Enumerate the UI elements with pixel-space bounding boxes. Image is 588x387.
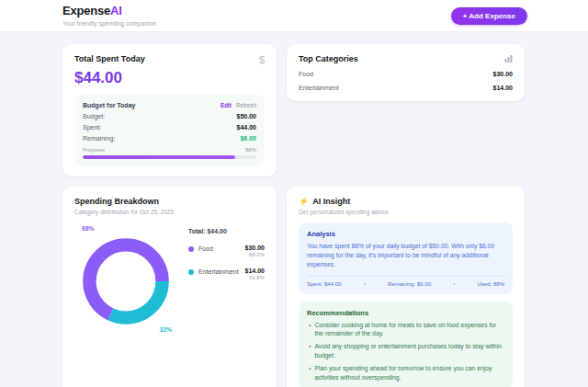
legend-amount: $30.00 [245,245,265,251]
progress-fill [83,155,235,159]
legend-name: Entertainment [198,267,245,275]
budget-panel-title: Budget for Today [83,102,135,108]
slice-label-entertainment: 32% [159,326,172,333]
stat-separator: • [364,281,366,287]
budget-panel: Budget for Today Edit Refresh Budget: $5… [74,95,265,166]
analysis-stats: Spent: $44.00 • Remaining: $6.00 • Used:… [307,276,504,287]
legend-item: Food $30.00 68.2% [188,245,265,257]
total-spent-title: Total Spent Today [74,54,145,63]
legend-percent: 68.2% [245,252,265,257]
breakdown-subtitle: Category distribution for Oct 25, 2025 [74,209,265,215]
stat-separator: • [453,281,455,287]
category-row: Entertainment $14.00 [299,85,513,91]
progress-percent: 88% [245,147,256,153]
remaining-label: Remaining: [83,135,115,142]
recommendation-text: Plan your spending ahead for tomorrow to… [314,364,504,382]
recommendation-item: •Plan your spending ahead for tomorrow t… [307,364,504,382]
spending-breakdown-card: Spending Breakdown Category distribution… [62,187,277,387]
category-name: Food [299,71,313,77]
bullet-icon: • [309,342,311,360]
dashboard-grid: Total Spent Today $ $44.00 Budget for To… [62,44,526,387]
recommendations-title: Recommendations [307,309,504,317]
budget-label: Budget: [83,113,105,120]
spent-label: Spent: [83,124,101,131]
category-amount: $14.00 [493,85,513,91]
donut-chart-wrap: 68% 32% [74,224,177,336]
bullet-icon: • [309,364,311,382]
bar-chart-icon [504,54,513,63]
spent-value: $44.00 [237,124,256,131]
refresh-budget-link[interactable]: Refresh [236,102,256,108]
progress-label: Progress [83,147,105,153]
lightning-icon: ⚡ [299,198,309,206]
remaining-row: Remaining: $6.00 [83,135,256,142]
top-categories-card: Top Categories Food $30.00 Entertainment… [287,44,525,101]
analysis-box: Analysis You have spent 88% of your dail… [299,222,513,294]
donut-chart [76,232,175,331]
category-amount: $30.00 [493,71,513,77]
legend-amount: $14.00 [245,267,265,274]
legend-dot-entertainment [188,269,194,275]
recommendation-text: Avoid any shopping or entertainment purc… [314,342,504,360]
total-spent-card: Total Spent Today $ $44.00 Budget for To… [62,44,277,176]
analysis-body: You have spent 88% of your daily budget … [307,242,504,270]
brand-block: ExpenseAI Your friendly spending compani… [62,5,156,26]
legend-total: Total: $44.00 [188,228,265,234]
add-expense-button[interactable]: + Add Expense [451,7,527,25]
category-name: Entertainment [299,85,339,91]
stat-spent: Spent: $44.00 [307,281,341,287]
remaining-value: $6.00 [240,135,256,142]
total-amount: $44.00 [74,69,265,87]
app-tagline: Your friendly spending companion [62,20,156,27]
spent-row: Spent: $44.00 [83,124,256,131]
category-row: Food $30.00 [299,71,513,77]
brand-accent: AI [110,4,122,17]
edit-budget-link[interactable]: Edit [220,102,232,108]
recommendation-item: •Consider cooking at home for meals to s… [307,321,504,339]
bullet-icon: • [309,321,311,339]
brand-primary: Expense [62,4,110,17]
breakdown-title: Spending Breakdown [74,197,265,206]
budget-value: $50.00 [237,113,256,120]
top-categories-title: Top Categories [299,54,358,63]
dollar-icon: $ [259,54,265,65]
app-header: ExpenseAI Your friendly spending compani… [0,0,588,32]
slice-label-food: 68% [82,225,95,232]
recommendation-text: Consider cooking at home for meals to sa… [314,321,504,339]
recommendations-box: Recommendations •Consider cooking at hom… [299,302,513,387]
chart-legend: Total: $44.00 Food $30.00 68.2% Entertai… [188,224,265,336]
legend-percent: 31.8% [245,275,265,280]
ai-insight-title: AI Insight [312,197,350,206]
legend-dot-food [188,246,194,252]
progress-track [83,155,256,159]
legend-item: Entertainment $14.00 31.8% [188,267,265,280]
app-logo: ExpenseAI [62,5,156,17]
ai-insight-card: ⚡ AI Insight Get personalized spending a… [287,187,525,387]
ai-insight-subtitle: Get personalized spending advice [299,209,513,215]
stat-used: Used: 88% [478,281,504,287]
analysis-title: Analysis [307,230,504,238]
recommendation-item: •Avoid any shopping or entertainment pur… [307,342,504,360]
legend-name: Food [198,245,245,252]
budget-row: Budget: $50.00 [83,113,256,120]
stat-remaining: Remaining: $6.00 [388,281,431,287]
